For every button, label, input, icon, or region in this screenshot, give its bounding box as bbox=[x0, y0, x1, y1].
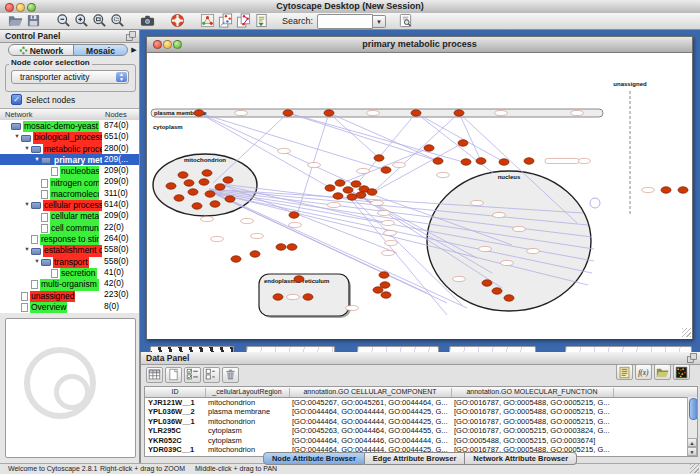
zoom-out-icon[interactable] bbox=[56, 13, 72, 29]
network-node[interactable] bbox=[276, 244, 286, 250]
network-node[interactable] bbox=[381, 167, 391, 173]
network-overview-icon[interactable] bbox=[200, 13, 216, 29]
zoom-fit-icon[interactable] bbox=[92, 13, 108, 29]
network-node[interactable] bbox=[347, 194, 357, 200]
minimize-window-icon[interactable] bbox=[16, 3, 25, 12]
advanced-search-icon[interactable] bbox=[398, 13, 414, 29]
scroll-up-icon[interactable]: ▲ bbox=[687, 438, 697, 447]
network-node[interactable] bbox=[231, 256, 241, 262]
network-node[interactable] bbox=[199, 179, 209, 185]
open-attribute-icon[interactable] bbox=[654, 364, 671, 380]
float-panel-icon[interactable] bbox=[126, 31, 136, 41]
edge[interactable] bbox=[329, 113, 438, 161]
zoom-window-icon[interactable] bbox=[27, 3, 36, 12]
delete-attribute-icon[interactable] bbox=[222, 367, 239, 383]
open-file-icon[interactable] bbox=[8, 13, 24, 29]
network-node[interactable] bbox=[289, 212, 299, 218]
network-node[interactable] bbox=[205, 191, 215, 197]
window-titlebar[interactable]: Cytoscape Desktop (New Session) bbox=[0, 0, 700, 14]
table-row[interactable]: YLR295Ccytoplasm[GO:0045263, GO:0044464,… bbox=[145, 426, 697, 435]
view-minimize-icon[interactable] bbox=[163, 40, 172, 49]
network-view-window[interactable]: primary metabolic process plasma membran… bbox=[146, 36, 693, 339]
select-nodes-checkbox[interactable]: ✓ bbox=[11, 94, 22, 105]
zoom-in-icon[interactable] bbox=[74, 13, 90, 29]
tree-row[interactable]: ▼cellular process614(0) bbox=[0, 199, 139, 210]
expand-arrow-icon[interactable]: ▼ bbox=[33, 154, 41, 165]
attribute-list-icon[interactable] bbox=[616, 364, 633, 380]
table-row[interactable]: YPL036W__1mitochondrion[GO:0044464, GO:0… bbox=[145, 417, 697, 426]
table-row[interactable]: YKR052Ccytoplasm[GO:0044464, GO:0044446,… bbox=[145, 436, 697, 445]
zoom-region-icon[interactable] bbox=[110, 13, 126, 29]
network-node[interactable] bbox=[250, 251, 260, 257]
attr-tab-node[interactable]: Node Attribute Browser bbox=[263, 452, 365, 465]
new-attribute-icon[interactable] bbox=[165, 367, 182, 383]
network-node[interactable] bbox=[356, 192, 366, 198]
network-node[interactable] bbox=[324, 110, 334, 116]
view-resize-grip[interactable] bbox=[682, 328, 691, 337]
network-node[interactable] bbox=[499, 159, 509, 165]
network-node[interactable] bbox=[458, 140, 468, 146]
network-node[interactable] bbox=[504, 295, 514, 301]
network-node[interactable] bbox=[343, 187, 353, 193]
network-node[interactable] bbox=[283, 110, 293, 116]
close-window-icon[interactable] bbox=[5, 3, 14, 12]
save-icon[interactable] bbox=[26, 13, 42, 29]
network-node[interactable] bbox=[273, 294, 283, 300]
column-header[interactable]: annotation.GO MOLECULAR_FUNCTION bbox=[451, 388, 614, 397]
edge[interactable] bbox=[352, 113, 416, 190]
matrix-icon[interactable] bbox=[673, 364, 690, 380]
edge[interactable] bbox=[416, 113, 504, 162]
network-node[interactable] bbox=[482, 280, 492, 286]
network-node[interactable] bbox=[287, 244, 297, 250]
select-attributes-icon[interactable] bbox=[184, 367, 201, 383]
network-node[interactable] bbox=[225, 196, 235, 202]
network-node[interactable] bbox=[210, 201, 220, 207]
network-node[interactable] bbox=[476, 158, 486, 164]
network-canvas[interactable]: plasma membranecytoplasmmitochondrionnuc… bbox=[147, 53, 692, 339]
edge[interactable] bbox=[329, 113, 379, 158]
node-color-dropdown[interactable]: transporter activity ▲▼ bbox=[11, 70, 129, 84]
tree-row[interactable]: macromolecule311(0) bbox=[0, 188, 139, 199]
network-node[interactable] bbox=[188, 189, 198, 195]
tree-row[interactable]: mosaic-demo-yeast874(0) bbox=[0, 120, 139, 131]
view-zoom-icon[interactable] bbox=[173, 40, 182, 49]
edge[interactable] bbox=[288, 113, 438, 161]
expand-arrow-icon[interactable]: ▼ bbox=[23, 199, 31, 210]
new-network-from-selection-icon[interactable] bbox=[218, 13, 234, 29]
network-node[interactable] bbox=[178, 172, 188, 178]
column-header[interactable]: _cellularLayoutRegion bbox=[205, 388, 290, 397]
network-node[interactable] bbox=[381, 292, 391, 298]
attr-tab-network[interactable]: Network Attribute Browser bbox=[465, 452, 577, 465]
network-node[interactable] bbox=[294, 276, 304, 282]
network-node[interactable] bbox=[325, 185, 335, 191]
search-dropdown-icon[interactable]: ▼ bbox=[373, 15, 386, 28]
network-node[interactable] bbox=[380, 282, 390, 288]
edge[interactable] bbox=[372, 113, 459, 193]
tree-row[interactable]: ▼metabolic process280(0) bbox=[0, 143, 139, 154]
tree-row[interactable]: Overview8(0) bbox=[0, 301, 139, 312]
tree-row[interactable]: ▼establishment of localization558(0) bbox=[0, 244, 139, 255]
network-node[interactable] bbox=[333, 193, 343, 199]
network-node[interactable] bbox=[335, 180, 345, 186]
network-node[interactable] bbox=[192, 203, 202, 209]
unselect-attributes-icon[interactable] bbox=[203, 367, 220, 383]
expand-arrow-icon[interactable]: ▼ bbox=[13, 131, 21, 142]
tree-row[interactable]: nitrogen compound209(0) bbox=[0, 176, 139, 187]
dropdown-stepper-icon[interactable]: ▲▼ bbox=[116, 72, 127, 82]
tab-overflow-arrow-icon[interactable]: ▶ bbox=[129, 44, 139, 56]
tree-row[interactable]: ▼primary metabolic process209(... bbox=[0, 154, 139, 165]
expand-arrow-icon[interactable]: ▼ bbox=[23, 244, 31, 255]
network-node[interactable] bbox=[367, 189, 377, 195]
attribute-table[interactable]: ID_cellularLayoutRegionannotation.GO CEL… bbox=[144, 386, 698, 457]
expand-arrow-icon[interactable]: ▼ bbox=[33, 256, 41, 267]
network-node[interactable] bbox=[411, 110, 421, 116]
tree-row[interactable]: unassigned223(0) bbox=[0, 289, 139, 300]
expand-arrow-icon[interactable]: ▼ bbox=[23, 143, 31, 154]
scrollbar-thumb[interactable] bbox=[689, 398, 698, 420]
network-node[interactable] bbox=[223, 177, 233, 183]
network-node[interactable] bbox=[678, 187, 688, 193]
network-view-titlebar[interactable]: primary metabolic process bbox=[147, 37, 692, 53]
tree-row[interactable]: ▼biological_process651(0) bbox=[0, 131, 139, 142]
network-node[interactable] bbox=[194, 110, 204, 116]
network-node[interactable] bbox=[215, 184, 225, 190]
